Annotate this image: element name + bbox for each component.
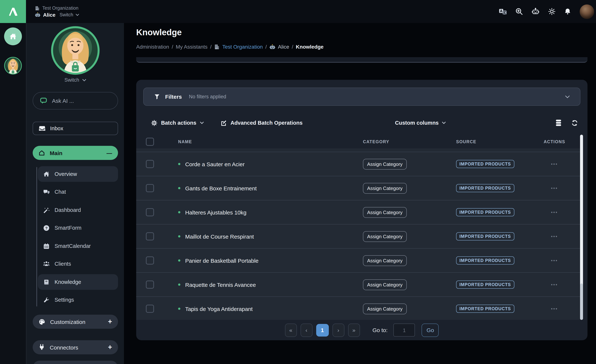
- sidebar-item-smartcalendar[interactable]: SmartCalendar: [38, 238, 118, 254]
- rail-assistant-avatar[interactable]: [4, 57, 22, 74]
- row-actions-menu[interactable]: •••: [551, 258, 558, 263]
- org-switcher[interactable]: Test Organization Alice Switch: [35, 5, 79, 18]
- sidebar-item-overview[interactable]: Overview: [38, 166, 118, 182]
- sidebar-item-inbox[interactable]: Inbox: [33, 122, 118, 135]
- custom-columns-button[interactable]: Custom columns: [395, 120, 446, 126]
- row-checkbox[interactable]: [146, 256, 154, 265]
- sidebar-section-main[interactable]: Main —: [33, 146, 118, 160]
- advanced-batch-button[interactable]: Advanced Batch Operations: [220, 120, 302, 126]
- main-label: Main: [50, 150, 62, 156]
- sidebar-item-dashboard[interactable]: Dashboard: [38, 202, 118, 218]
- home-icon: [43, 171, 50, 177]
- filters-bar[interactable]: Filters No filters applied: [143, 88, 581, 106]
- sidebar-item-smartform[interactable]: ? SmartForm: [38, 220, 118, 236]
- sidebar-item-knowledge[interactable]: Knowledge: [38, 274, 118, 290]
- source-badge: IMPORTED PRODUCTS: [456, 305, 514, 313]
- column-header-source[interactable]: SOURCE: [456, 139, 476, 144]
- row-actions-menu[interactable]: •••: [551, 282, 558, 287]
- row-actions-menu[interactable]: •••: [551, 186, 558, 191]
- pagination-page-1[interactable]: 1: [316, 324, 329, 336]
- home-icon: [9, 33, 17, 40]
- refresh-icon[interactable]: [571, 119, 578, 126]
- row-checkbox[interactable]: [146, 160, 154, 168]
- pagination-prev-button[interactable]: ‹: [300, 323, 312, 337]
- breadcrumb-my-assistants[interactable]: My Assistants: [176, 44, 208, 50]
- goto-page-input[interactable]: [394, 324, 415, 336]
- row-actions-menu[interactable]: •••: [551, 306, 558, 311]
- row-checkbox[interactable]: [146, 184, 154, 192]
- product-name: Tapis de Yoga Antiderapant: [185, 305, 253, 312]
- sidebar-section-customization[interactable]: Customization +: [33, 315, 118, 329]
- expand-icon[interactable]: +: [108, 343, 112, 351]
- pagination-first-button[interactable]: «: [285, 323, 297, 337]
- scrollbar-thumb[interactable]: [580, 283, 583, 320]
- notifications-bell-icon[interactable]: [564, 8, 571, 15]
- building-icon: [214, 44, 220, 49]
- vertical-scrollbar[interactable]: [580, 135, 583, 320]
- table-row[interactable]: Panier de Basketball Portable Assign Cat…: [136, 248, 580, 272]
- row-actions-menu[interactable]: •••: [551, 210, 558, 215]
- column-header-category[interactable]: CATEGORY: [363, 139, 389, 144]
- translate-icon[interactable]: [499, 8, 507, 15]
- table-header: NAME CATEGORY SOURCE ACTIONS: [136, 135, 580, 149]
- menu-label: Chat: [55, 189, 66, 195]
- pagination-last-button[interactable]: »: [348, 323, 360, 337]
- assistant-robot-icon[interactable]: [531, 8, 540, 15]
- assistant-switch-label[interactable]: Switch: [60, 12, 73, 17]
- table-row[interactable]: Halteres Ajustables 10kg Assign Category…: [136, 200, 580, 224]
- assign-category-button[interactable]: Assign Category: [363, 303, 407, 314]
- batch-actions-button[interactable]: Batch actions: [151, 120, 204, 126]
- assign-category-button[interactable]: Assign Category: [363, 255, 407, 266]
- building-icon: [35, 6, 40, 10]
- edit-square-icon: [220, 120, 227, 126]
- table-row[interactable]: Raquette de Tennis Avancee Assign Catego…: [136, 272, 580, 297]
- table-row[interactable]: Gants de Boxe Entrainement Assign Catego…: [136, 176, 580, 200]
- sidebar-section-connectors[interactable]: Connectors +: [33, 340, 118, 354]
- row-checkbox[interactable]: [146, 232, 154, 240]
- breadcrumb-assistant[interactable]: Alice: [278, 44, 289, 50]
- user-avatar[interactable]: [580, 4, 594, 19]
- database-icon[interactable]: [555, 119, 562, 126]
- assign-category-button[interactable]: Assign Category: [363, 231, 407, 242]
- chevron-down-icon[interactable]: [565, 95, 570, 98]
- sidebar-item-chat[interactable]: Chat: [38, 184, 118, 200]
- column-header-actions: ACTIONS: [544, 139, 565, 144]
- assistant-avatar[interactable]: [51, 26, 100, 75]
- row-checkbox[interactable]: [146, 305, 154, 313]
- table-row[interactable]: Corde a Sauter en Acier Assign Category …: [136, 152, 580, 176]
- sidebar-item-clients[interactable]: Clients: [38, 256, 118, 272]
- breadcrumb-organization[interactable]: Test Organization: [222, 44, 263, 50]
- table-row[interactable]: Maillot de Course Respirant Assign Categ…: [136, 224, 580, 248]
- app-logo[interactable]: [0, 0, 26, 23]
- sidebar-section-partial: [33, 361, 118, 364]
- switch-label: Switch: [64, 77, 79, 83]
- pagination-next-button[interactable]: ›: [332, 323, 344, 337]
- switch-assistant[interactable]: Switch: [26, 77, 124, 83]
- ask-ai-input[interactable]: Ask AI ...: [33, 92, 118, 110]
- breadcrumb-administration[interactable]: Administration: [136, 44, 169, 50]
- select-all-checkbox[interactable]: [146, 137, 154, 146]
- row-checkbox[interactable]: [146, 208, 154, 216]
- assign-category-button[interactable]: Assign Category: [363, 279, 407, 290]
- plug-icon: [39, 344, 45, 351]
- go-button[interactable]: Go: [422, 323, 439, 337]
- row-actions-menu[interactable]: •••: [551, 234, 558, 239]
- menu-label: Clients: [55, 261, 71, 267]
- sidebar-item-settings[interactable]: Settings: [38, 292, 118, 308]
- column-header-name[interactable]: NAME: [178, 139, 192, 144]
- assign-category-button[interactable]: Assign Category: [363, 159, 407, 169]
- collapse-icon[interactable]: —: [106, 150, 112, 156]
- expand-icon[interactable]: +: [108, 318, 112, 326]
- status-dot: [178, 308, 180, 310]
- row-checkbox[interactable]: [146, 281, 154, 289]
- zoom-search-icon[interactable]: [515, 8, 523, 15]
- theme-sun-icon[interactable]: [548, 8, 556, 15]
- row-actions-menu[interactable]: •••: [551, 161, 558, 167]
- magic-wand-icon: [43, 207, 50, 213]
- assign-category-button[interactable]: Assign Category: [363, 183, 407, 193]
- rail-home-button[interactable]: [4, 28, 22, 45]
- assistant-row[interactable]: Alice Switch: [35, 12, 79, 18]
- table-row[interactable]: Tapis de Yoga Antiderapant Assign Catego…: [136, 297, 580, 320]
- pagination: « ‹ 1 › » Go to: Go: [136, 320, 588, 340]
- assign-category-button[interactable]: Assign Category: [363, 207, 407, 218]
